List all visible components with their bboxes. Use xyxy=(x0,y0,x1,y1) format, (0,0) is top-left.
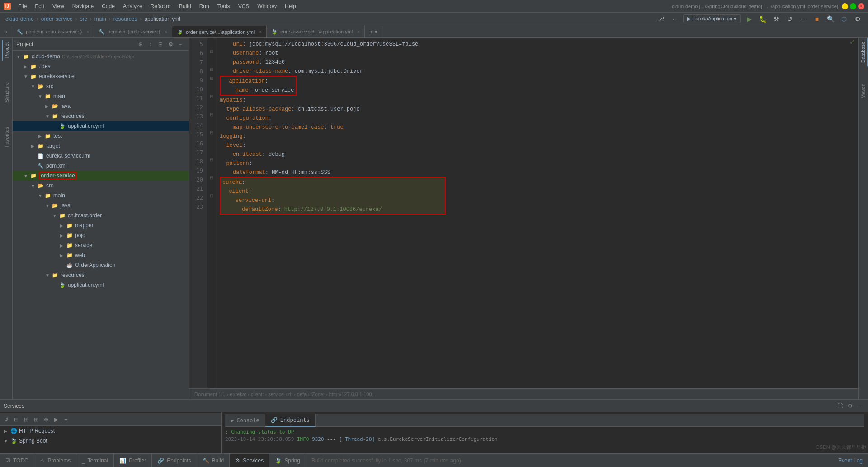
tree-item-eureka-test[interactable]: ▶ 📁 test xyxy=(13,131,189,141)
event-log-link[interactable]: Event Log xyxy=(838,458,863,464)
tree-item-eureka-java[interactable]: ▶ 📂 java xyxy=(13,101,189,111)
sidebar-tab-favorites[interactable]: Favorites xyxy=(2,124,11,150)
vcs-icon[interactable]: ⎇ xyxy=(656,14,666,24)
close-button[interactable]: × xyxy=(858,3,864,9)
menu-refactor[interactable]: Refactor xyxy=(147,2,175,10)
bottom-tab-problems[interactable]: ⚠ Problems xyxy=(34,454,76,467)
bc-order-service[interactable]: order-service xyxy=(41,16,73,22)
menu-run[interactable]: Run xyxy=(196,2,213,10)
tree-item-order-resources[interactable]: ▼ 📁 resources xyxy=(13,270,189,280)
bc-cloud-demo[interactable]: cloud-demo xyxy=(5,16,34,22)
menu-vcs[interactable]: VCS xyxy=(235,2,253,10)
tree-item-web[interactable]: ▶ 📁 web xyxy=(13,250,189,260)
sidebar-gear-icon[interactable]: ⚙ xyxy=(166,40,175,49)
bc-src[interactable]: src xyxy=(80,16,87,22)
sidebar-tab-project[interactable]: Project xyxy=(2,40,11,61)
tab-pom-eureka-close[interactable]: × xyxy=(86,29,89,34)
tree-item-order-java[interactable]: ▼ 📂 java xyxy=(13,201,189,210)
services-run-icon[interactable]: ▶ xyxy=(52,415,61,424)
tree-item-order-service[interactable]: ▼ 📁 order-service xyxy=(13,171,189,181)
service-item-http-request[interactable]: ▶ 🌐 HTTP Request xyxy=(0,426,221,436)
more-run-button[interactable]: ⋯ xyxy=(798,14,808,24)
sidebar-collapse-icon[interactable]: ⊟ xyxy=(156,40,165,49)
bottom-tab-terminal[interactable]: _ Terminal xyxy=(76,454,114,467)
menu-build[interactable]: Build xyxy=(175,2,195,10)
tree-item-mapper[interactable]: ▶ 📁 mapper xyxy=(13,220,189,230)
tree-item-idea[interactable]: ▶ 📁 .idea xyxy=(13,61,189,71)
services-maximize-icon[interactable]: ⛶ xyxy=(835,402,844,411)
tree-item-cn-itcast-order[interactable]: ▼ 📁 cn.itcast.order xyxy=(13,210,189,220)
tab-app-order-close[interactable]: × xyxy=(259,29,262,34)
menu-edit[interactable]: Edit xyxy=(31,2,48,10)
services-add-icon[interactable]: + xyxy=(61,415,71,424)
tree-item-service-pkg[interactable]: ▶ 📁 service xyxy=(13,240,189,250)
run-button[interactable]: ▶ xyxy=(744,14,754,24)
search-everywhere-button[interactable]: 🔍 xyxy=(826,14,835,24)
menu-navigate[interactable]: Navigate xyxy=(69,2,97,10)
bottom-tab-todo[interactable]: ☑ TODO xyxy=(0,454,34,467)
sidebar-hide-icon[interactable]: − xyxy=(176,40,185,49)
sidebar-new-icon[interactable]: ⊕ xyxy=(136,40,145,49)
services-hide-icon[interactable]: − xyxy=(855,402,864,411)
run-config-button[interactable]: ▶ EurekaApplication ▾ xyxy=(683,14,741,23)
menu-tools[interactable]: Tools xyxy=(214,2,234,10)
right-tab-maven[interactable]: Maven xyxy=(859,80,868,102)
svc-tab-console[interactable]: ▶ Console xyxy=(225,414,265,427)
right-tab-database[interactable]: Database xyxy=(859,38,868,66)
sidebar-scroll-icon[interactable]: ↕ xyxy=(146,40,155,49)
tab-pom-order[interactable]: 🔧 pom.xml (order-service) × xyxy=(94,26,172,37)
code-area[interactable]: url: jdbc:mysql://localhost:3306/cloud_o… xyxy=(216,38,858,388)
menu-file[interactable]: File xyxy=(14,2,30,10)
service-item-spring-boot[interactable]: ▼ 🍃 Spring Boot xyxy=(0,436,221,446)
tab-app-eureka[interactable]: 🍃 eureka-service\...\application.yml × xyxy=(267,26,365,37)
menu-analyze[interactable]: Analyze xyxy=(119,2,146,10)
maximize-button[interactable]: □ xyxy=(850,3,856,9)
bottom-tab-build[interactable]: 🔨 Build xyxy=(197,454,230,467)
tree-item-eureka-yml[interactable]: 🍃 application.yml xyxy=(13,121,189,131)
menu-view[interactable]: View xyxy=(49,2,68,10)
menu-help[interactable]: Help xyxy=(281,2,300,10)
services-group-icon[interactable]: ⊞ xyxy=(32,415,41,424)
tree-item-eureka-resources[interactable]: ▼ 📁 resources xyxy=(13,111,189,121)
sidebar-tab-structure[interactable]: Structure xyxy=(2,79,11,105)
bottom-tab-profiler[interactable]: 📊 Profiler xyxy=(114,454,152,467)
services-filter-icon[interactable]: ⊛ xyxy=(42,415,51,424)
stop-button[interactable]: ■ xyxy=(812,14,822,24)
bc-main[interactable]: main xyxy=(94,16,106,22)
bottom-tab-services[interactable]: ⚙ Services xyxy=(230,454,269,467)
tree-item-eureka-main[interactable]: ▼ 📁 main xyxy=(13,91,189,101)
settings-button[interactable]: ⚙ xyxy=(853,14,863,24)
debug-button[interactable]: 🐛 xyxy=(758,14,768,24)
tree-item-order-app[interactable]: ☕ OrderApplication xyxy=(13,260,189,270)
build-button[interactable]: ⚒ xyxy=(771,14,781,24)
tree-item-eureka-service[interactable]: ▼ 📁 eureka-service xyxy=(13,71,189,81)
services-collapse-icon[interactable]: ⊟ xyxy=(12,415,21,424)
menu-code[interactable]: Code xyxy=(98,2,118,10)
menu-window[interactable]: Window xyxy=(254,2,280,10)
tab-more[interactable]: m ▾ xyxy=(365,26,382,37)
tree-item-cloud-demo[interactable]: ▼ 📁 cloud-demo C:\Users\14338\IdeaProjec… xyxy=(13,51,189,61)
minimize-button[interactable]: − xyxy=(842,3,848,9)
reload-button[interactable]: ↺ xyxy=(785,14,795,24)
bottom-tab-endpoints[interactable]: 🔗 Endpoints xyxy=(152,454,197,467)
services-settings-icon[interactable]: ⚙ xyxy=(845,402,854,411)
tab-pom-eureka[interactable]: 🔧 pom.xml (eureka-service) × xyxy=(12,26,94,37)
tree-item-order-src[interactable]: ▼ 📂 src xyxy=(13,181,189,191)
tab-app-order[interactable]: 🍃 order-service\...\application.yml × xyxy=(172,26,267,37)
bottom-tab-spring[interactable]: 🍃 Spring xyxy=(269,454,306,467)
tree-item-order-main[interactable]: ▼ 📁 main xyxy=(13,191,189,201)
tab-pom-order-close[interactable]: × xyxy=(165,29,167,34)
tree-item-eureka-iml[interactable]: 📄 eureka-service.iml xyxy=(13,151,189,161)
tree-item-eureka-src[interactable]: ▼ 📂 src xyxy=(13,81,189,91)
bc-resources[interactable]: resources xyxy=(113,16,137,22)
tab-app-eureka-close[interactable]: × xyxy=(357,29,360,34)
tree-item-eureka-target[interactable]: ▶ 📁 target xyxy=(13,141,189,151)
tree-item-pom-xml[interactable]: 🔧 pom.xml xyxy=(13,161,189,171)
services-refresh-icon[interactable]: ↺ xyxy=(2,415,11,424)
services-expand-icon[interactable]: ⊞ xyxy=(22,415,31,424)
git-icon[interactable]: ⬡ xyxy=(839,14,849,24)
svc-tab-endpoints[interactable]: 🔗 Endpoints xyxy=(265,414,316,427)
tab-a[interactable]: a xyxy=(0,26,12,37)
back-icon[interactable]: ← xyxy=(670,14,679,24)
tree-item-pojo[interactable]: ▶ 📁 pojo xyxy=(13,230,189,240)
